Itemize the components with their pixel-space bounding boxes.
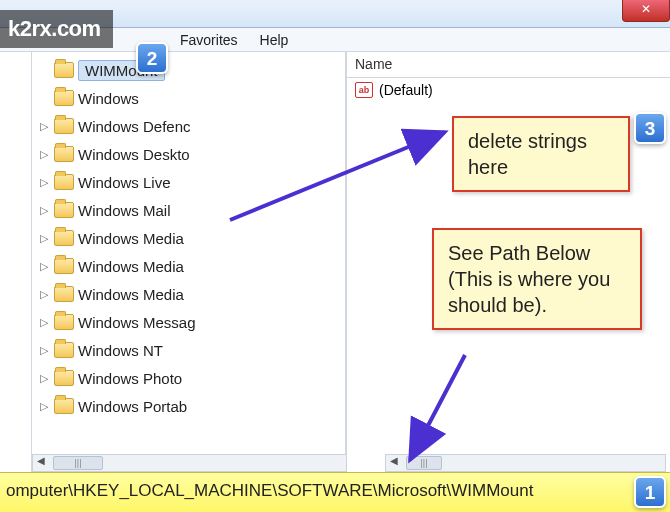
close-button[interactable]: ✕	[622, 0, 670, 22]
folder-icon	[54, 258, 74, 274]
left-gutter	[0, 52, 32, 472]
folder-icon	[54, 370, 74, 386]
tree-item[interactable]: ▷Windows Messag	[38, 308, 345, 336]
expand-icon[interactable]: ▷	[38, 232, 50, 245]
expand-icon[interactable]: ▷	[38, 120, 50, 133]
expand-icon[interactable]: ▷	[38, 176, 50, 189]
tree-item[interactable]: ▷Windows Deskto	[38, 140, 345, 168]
values-horizontal-scrollbar[interactable]: ◀ |||	[385, 454, 666, 472]
tree-item[interactable]: ▷Windows Media	[38, 252, 345, 280]
folder-icon	[54, 398, 74, 414]
registry-tree[interactable]: WIMMountWindows▷Windows Defenc▷Windows D…	[32, 52, 347, 472]
tree-item[interactable]: Windows	[38, 84, 345, 112]
tree-item-label: Windows NT	[78, 342, 163, 359]
scroll-left-icon[interactable]: ◀	[33, 455, 49, 471]
tree-item[interactable]: ▷Windows Photo	[38, 364, 345, 392]
expand-icon[interactable]: ▷	[38, 288, 50, 301]
expand-icon[interactable]: ▷	[38, 400, 50, 413]
expand-icon[interactable]: ▷	[38, 372, 50, 385]
tree-item[interactable]: WIMMount	[38, 56, 345, 84]
menu-help[interactable]: Help	[260, 32, 289, 48]
annotation-see-path: See Path Below (This is where you should…	[432, 228, 642, 330]
tree-item-label: Windows Media	[78, 230, 184, 247]
folder-icon	[54, 314, 74, 330]
watermark: k2rx.com	[0, 10, 113, 48]
tree-item-label: Windows Live	[78, 174, 171, 191]
scroll-thumb[interactable]: |||	[406, 456, 442, 470]
scroll-left-icon[interactable]: ◀	[386, 455, 402, 471]
folder-icon	[54, 146, 74, 162]
tree-item-label: Windows Messag	[78, 314, 196, 331]
folder-icon	[54, 286, 74, 302]
folder-icon	[54, 342, 74, 358]
annotation-marker-3: 3	[634, 112, 666, 144]
tree-item[interactable]: ▷Windows Mail	[38, 196, 345, 224]
value-row-default[interactable]: ab (Default)	[347, 78, 670, 102]
tree-item[interactable]: ▷Windows Portab	[38, 392, 345, 420]
expand-icon[interactable]: ▷	[38, 148, 50, 161]
status-bar-path: omputer\HKEY_LOCAL_MACHINE\SOFTWARE\Micr…	[0, 472, 670, 512]
tree-item-label: Windows Media	[78, 258, 184, 275]
folder-icon	[54, 202, 74, 218]
folder-icon	[54, 90, 74, 106]
tree-item-label: Windows Defenc	[78, 118, 191, 135]
tree-horizontal-scrollbar[interactable]: ◀ |||	[32, 454, 347, 472]
expand-icon[interactable]: ▷	[38, 344, 50, 357]
expand-icon[interactable]: ▷	[38, 204, 50, 217]
folder-icon	[54, 174, 74, 190]
folder-icon	[54, 62, 74, 78]
annotation-delete-strings: delete strings here	[452, 116, 630, 192]
string-value-icon: ab	[355, 82, 373, 98]
tree-item-label: Windows	[78, 90, 139, 107]
folder-icon	[54, 118, 74, 134]
folder-icon	[54, 230, 74, 246]
tree-item[interactable]: ▷Windows Live	[38, 168, 345, 196]
tree-item[interactable]: ▷Windows NT	[38, 336, 345, 364]
scroll-thumb[interactable]: |||	[53, 456, 103, 470]
tree-item-label: Windows Mail	[78, 202, 171, 219]
annotation-marker-1: 1	[634, 476, 666, 508]
tree-item[interactable]: ▷Windows Defenc	[38, 112, 345, 140]
value-name: (Default)	[379, 82, 433, 98]
tree-item-label: Windows Media	[78, 286, 184, 303]
tree-item-label: Windows Deskto	[78, 146, 190, 163]
expand-icon[interactable]: ▷	[38, 316, 50, 329]
tree-item[interactable]: ▷Windows Media	[38, 224, 345, 252]
tree-item-label: Windows Portab	[78, 398, 187, 415]
expand-icon[interactable]: ▷	[38, 260, 50, 273]
column-header-name[interactable]: Name	[347, 52, 670, 78]
tree-item-label: Windows Photo	[78, 370, 182, 387]
menu-favorites[interactable]: Favorites	[180, 32, 238, 48]
annotation-marker-2: 2	[136, 42, 168, 74]
tree-item[interactable]: ▷Windows Media	[38, 280, 345, 308]
